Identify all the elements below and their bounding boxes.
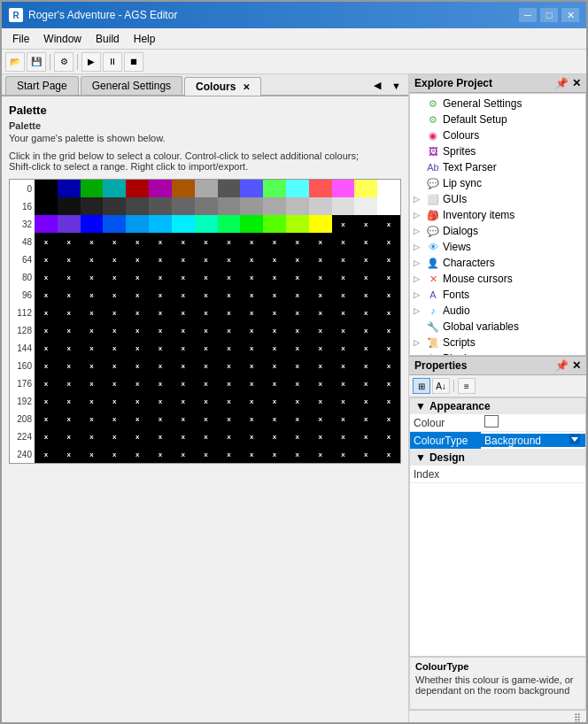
palette-cell-124[interactable]: x xyxy=(309,304,332,321)
palette-cell-135[interactable]: x xyxy=(195,321,218,339)
palette-cell-74[interactable]: x xyxy=(263,250,286,268)
design-section-header[interactable]: ▼ Design xyxy=(410,450,585,466)
palette-cell-36[interactable] xyxy=(126,215,149,233)
palette-cell-174[interactable]: x xyxy=(354,357,377,374)
palette-cell-69[interactable]: x xyxy=(149,250,172,268)
palette-cell-77[interactable]: x xyxy=(332,250,355,268)
palette-cell-223[interactable]: x xyxy=(377,410,400,427)
palette-cell-92[interactable]: x xyxy=(309,268,332,286)
palette-cell-61[interactable]: x xyxy=(332,233,355,250)
palette-cell-87[interactable]: x xyxy=(195,268,218,286)
tab-dropdown-btn[interactable]: ▼ xyxy=(388,79,405,93)
palette-cell-227[interactable]: x xyxy=(103,427,126,445)
palette-cell-161[interactable]: x xyxy=(58,357,81,374)
palette-cell-91[interactable]: x xyxy=(286,268,309,286)
palette-cell-193[interactable]: x xyxy=(58,392,81,410)
explore-close-icon[interactable]: ✕ xyxy=(572,77,581,89)
toolbar-stop[interactable]: ⏹ xyxy=(124,52,143,72)
tree-item-default-setup[interactable]: ⚙Default Setup xyxy=(410,112,585,127)
palette-cell-210[interactable]: x xyxy=(81,410,104,427)
palette-cell-169[interactable]: x xyxy=(240,357,263,374)
palette-cell-181[interactable]: x xyxy=(149,374,172,392)
palette-cell-41[interactable] xyxy=(240,215,263,233)
palette-cell-110[interactable]: x xyxy=(354,286,377,304)
palette-cell-104[interactable]: x xyxy=(218,286,241,304)
palette-cell-113[interactable]: x xyxy=(58,304,81,321)
palette-cell-180[interactable]: x xyxy=(126,374,149,392)
palette-cell-56[interactable]: x xyxy=(218,233,241,250)
palette-cell-185[interactable]: x xyxy=(240,374,263,392)
tree-item-inventory-items[interactable]: ▷🎒Inventory items xyxy=(410,207,585,223)
palette-cell-3[interactable] xyxy=(103,180,126,197)
palette-cell-131[interactable]: x xyxy=(103,321,126,339)
properties-pin-icon[interactable]: 📌 xyxy=(555,359,569,372)
palette-cell-142[interactable]: x xyxy=(354,321,377,339)
palette-cell-177[interactable]: x xyxy=(58,374,81,392)
palette-cell-27[interactable] xyxy=(286,197,309,215)
tab-general-settings[interactable]: General Settings xyxy=(81,76,182,95)
palette-cell-152[interactable]: x xyxy=(218,339,241,357)
palette-cell-200[interactable]: x xyxy=(218,392,241,410)
palette-cell-98[interactable]: x xyxy=(81,286,104,304)
palette-cell-35[interactable] xyxy=(103,215,126,233)
palette-cell-232[interactable]: x xyxy=(218,427,241,445)
palette-cell-246[interactable]: x xyxy=(172,445,195,463)
palette-cell-241[interactable]: x xyxy=(58,445,81,463)
palette-cell-197[interactable]: x xyxy=(149,392,172,410)
palette-cell-108[interactable]: x xyxy=(309,286,332,304)
palette-cell-145[interactable]: x xyxy=(58,339,81,357)
prop-colourtype-value[interactable]: Background xyxy=(481,434,585,447)
tab-colours[interactable]: Colours ✕ xyxy=(184,77,261,96)
palette-cell-49[interactable]: x xyxy=(58,233,81,250)
palette-cell-46[interactable]: x xyxy=(354,215,377,233)
palette-cell-201[interactable]: x xyxy=(240,392,263,410)
palette-cell-60[interactable]: x xyxy=(309,233,332,250)
palette-cell-121[interactable]: x xyxy=(240,304,263,321)
tree-item-lip-sync[interactable]: 💬Lip sync xyxy=(410,175,585,191)
palette-cell-67[interactable]: x xyxy=(103,250,126,268)
palette-cell-17[interactable] xyxy=(58,197,81,215)
palette-cell-112[interactable]: x xyxy=(35,304,58,321)
palette-cell-254[interactable]: x xyxy=(354,445,377,463)
palette-cell-73[interactable]: x xyxy=(240,250,263,268)
toolbar-pause[interactable]: ⏸ xyxy=(103,52,122,72)
palette-cell-248[interactable]: x xyxy=(218,445,241,463)
palette-cell-213[interactable]: x xyxy=(149,410,172,427)
palette-cell-96[interactable]: x xyxy=(35,286,58,304)
menu-file[interactable]: File xyxy=(5,31,36,47)
palette-cell-186[interactable]: x xyxy=(263,374,286,392)
explore-pin-icon[interactable]: 📌 xyxy=(555,77,569,89)
palette-cell-137[interactable]: x xyxy=(240,321,263,339)
palette-cell-173[interactable]: x xyxy=(332,357,355,374)
palette-cell-144[interactable]: x xyxy=(35,339,58,357)
palette-cell-133[interactable]: x xyxy=(149,321,172,339)
palette-cell-0[interactable] xyxy=(35,180,58,197)
palette-cell-45[interactable]: x xyxy=(332,215,355,233)
palette-cell-255[interactable]: x xyxy=(377,445,400,463)
palette-cell-159[interactable]: x xyxy=(377,339,400,357)
palette-cell-132[interactable]: x xyxy=(126,321,149,339)
palette-cell-222[interactable]: x xyxy=(354,410,377,427)
palette-cell-217[interactable]: x xyxy=(240,410,263,427)
tree-item-sprites[interactable]: 🖼Sprites xyxy=(410,143,585,159)
palette-cell-234[interactable]: x xyxy=(263,427,286,445)
palette-cell-16[interactable] xyxy=(35,197,58,215)
palette-cell-134[interactable]: x xyxy=(172,321,195,339)
palette-cell-84[interactable]: x xyxy=(126,268,149,286)
palette-cell-157[interactable]: x xyxy=(332,339,355,357)
palette-cell-238[interactable]: x xyxy=(354,427,377,445)
palette-cell-211[interactable]: x xyxy=(103,410,126,427)
palette-cell-237[interactable]: x xyxy=(332,427,355,445)
prop-colour-value[interactable] xyxy=(481,415,585,430)
palette-cell-190[interactable]: x xyxy=(354,374,377,392)
palette-cell-2[interactable] xyxy=(81,180,104,197)
palette-cell-63[interactable]: x xyxy=(377,233,400,250)
tab-arrow-left[interactable]: ◀ xyxy=(370,78,384,93)
palette-cell-182[interactable]: x xyxy=(172,374,195,392)
tree-item-dialogs[interactable]: ▷💬Dialogs xyxy=(410,223,585,239)
palette-cell-204[interactable]: x xyxy=(309,392,332,410)
palette-cell-183[interactable]: x xyxy=(195,374,218,392)
palette-cell-79[interactable]: x xyxy=(377,250,400,268)
palette-cell-251[interactable]: x xyxy=(286,445,309,463)
palette-cell-226[interactable]: x xyxy=(81,427,104,445)
